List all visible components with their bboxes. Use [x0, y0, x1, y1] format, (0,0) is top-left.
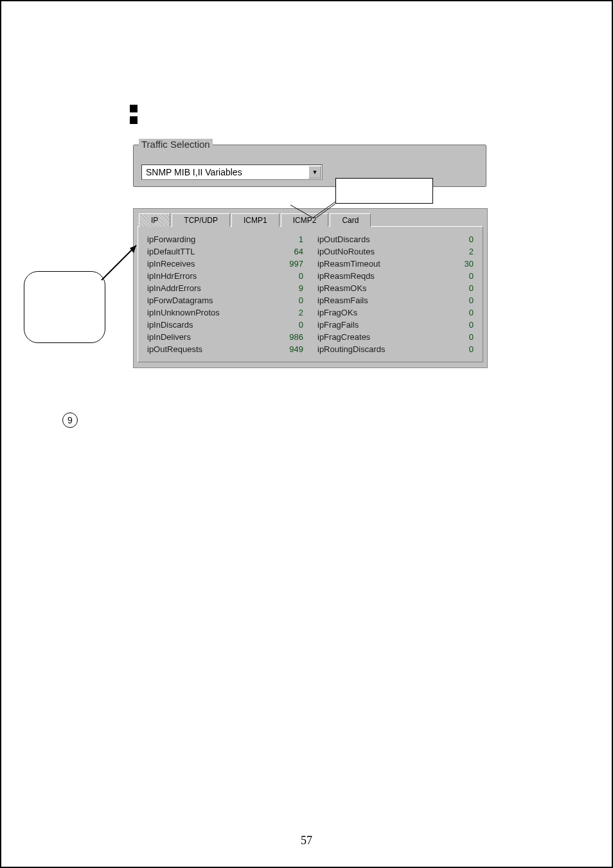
tab-icmp1[interactable]: ICMP1	[231, 213, 280, 227]
mib-variable-name: ipReasmReqds	[317, 271, 375, 281]
mib-variable-row: ipReasmTimeout30	[314, 258, 477, 270]
mib-variable-row: ipInHdrErrors0	[143, 270, 307, 282]
combobox-value: SNMP MIB I,II Variables	[142, 167, 308, 177]
mib-variable-row: ipInReceives997	[143, 258, 307, 270]
page: Traffic Selection SNMP MIB I,II Variable…	[0, 0, 613, 868]
page-number: 57	[1, 834, 612, 847]
callout-tail-icon	[290, 202, 335, 218]
groupbox: Traffic Selection SNMP MIB I,II Variable…	[133, 145, 486, 187]
mib-variable-value: 0	[281, 296, 303, 305]
mib-variable-name: ipInUnknownProtos	[147, 308, 220, 317]
mib-variable-name: ipInAddrErrors	[147, 283, 201, 293]
mib-variable-row: ipReasmFails0	[314, 294, 477, 306]
mib-variable-value: 0	[451, 332, 474, 342]
mib-variable-row: ipRoutingDiscards0	[314, 343, 477, 355]
mib-variable-name: ipReasmOKs	[317, 283, 367, 293]
mib-variable-value: 0	[451, 235, 474, 244]
mib-variable-name: ipForwDatagrams	[147, 296, 213, 305]
mib-variable-value: 1	[281, 235, 303, 244]
mib-variable-row: ipReasmReqds0	[314, 270, 477, 282]
ip-vars-right-column: ipOutDiscards0ipOutNoRoutes2ipReasmTimeo…	[314, 233, 477, 355]
mib-variable-name: ipFragCreates	[317, 332, 370, 342]
mib-variable-value: 0	[281, 320, 303, 330]
mib-variable-value: 949	[281, 344, 303, 354]
mib-table-panel: IP TCP/UDP ICMP1 ICMP2 Card ipForwarding…	[133, 208, 488, 368]
mib-variable-value: 997	[281, 259, 303, 269]
mib-variable-row: ipInDiscards0	[143, 319, 307, 331]
mib-variable-row: ipOutNoRoutes2	[314, 245, 477, 258]
bullet-list	[130, 101, 138, 128]
mib-variable-row: ipOutRequests949	[143, 343, 307, 355]
mib-variable-name: ipInHdrErrors	[147, 271, 197, 281]
mib-variable-value: 0	[451, 271, 474, 281]
svg-line-0	[102, 245, 136, 280]
mib-variable-row: ipForwDatagrams0	[143, 294, 307, 306]
groupbox-legend: Traffic Selection	[139, 139, 213, 150]
mib-variable-value: 9	[281, 283, 303, 293]
mib-variable-row: ipInDelivers986	[143, 331, 307, 343]
mib-variable-value: 30	[451, 259, 474, 269]
traffic-selection-combobox[interactable]: SNMP MIB I,II Variables ▼	[141, 164, 323, 180]
mib-variable-row: ipOutDiscards0	[314, 233, 477, 245]
mib-variable-name: ipFragOKs	[317, 308, 357, 317]
callout-bubble-left	[24, 271, 105, 343]
ip-vars-left-column: ipForwarding1ipDefaultTTL64ipInReceives9…	[143, 233, 307, 355]
mib-variable-value: 64	[281, 247, 303, 256]
mib-variable-value: 0	[451, 283, 474, 293]
mib-variable-value: 2	[451, 247, 474, 256]
mib-variable-name: ipInDiscards	[147, 320, 193, 330]
step-number: 9	[67, 415, 73, 425]
arrow-icon	[98, 239, 143, 284]
callout-box-right	[335, 178, 433, 204]
mib-variable-value: 0	[451, 308, 474, 317]
mib-variable-row: ipDefaultTTL64	[143, 245, 307, 258]
step-number-badge: 9	[62, 412, 78, 428]
mib-variable-row: ipFragOKs0	[314, 306, 477, 319]
mib-variable-row: ipFragFails0	[314, 319, 477, 331]
mib-variable-value: 0	[281, 271, 303, 281]
mib-variable-value: 0	[451, 320, 474, 330]
mib-variable-name: ipOutNoRoutes	[317, 247, 375, 256]
mib-variable-name: ipFragFails	[317, 320, 359, 330]
mib-variable-row: ipInAddrErrors9	[143, 282, 307, 294]
traffic-selection-group: Traffic Selection SNMP MIB I,II Variable…	[133, 145, 486, 187]
mib-variable-name: ipOutRequests	[147, 344, 202, 354]
mib-variable-value: 0	[451, 296, 474, 305]
mib-variable-name: ipInDelivers	[147, 332, 191, 342]
mib-variable-name: ipDefaultTTL	[147, 247, 195, 256]
bullet-square-icon	[130, 105, 138, 112]
combobox-dropdown-button[interactable]: ▼	[308, 166, 321, 179]
mib-variable-name: ipRoutingDiscards	[317, 344, 386, 354]
svg-marker-1	[130, 245, 136, 253]
mib-variable-value: 986	[281, 332, 303, 342]
mib-variable-name: ipReasmFails	[317, 296, 368, 305]
mib-variable-name: ipReasmTimeout	[317, 259, 380, 269]
mib-variable-row: ipInUnknownProtos2	[143, 306, 307, 319]
mib-variable-name: ipOutDiscards	[317, 235, 370, 244]
mib-variable-value: 2	[281, 308, 303, 317]
mib-variable-row: ipReasmOKs0	[314, 282, 477, 294]
mib-variable-value: 0	[451, 344, 474, 354]
mib-variable-row: ipFragCreates0	[314, 331, 477, 343]
tab-card[interactable]: Card	[330, 213, 371, 227]
mib-variable-name: ipForwarding	[147, 235, 195, 244]
bullet-square-icon	[130, 116, 138, 124]
mib-variable-row: ipForwarding1	[143, 233, 307, 245]
tab-ip[interactable]: IP	[139, 213, 170, 227]
mib-variable-name: ipInReceives	[147, 259, 195, 269]
chevron-down-icon: ▼	[312, 170, 318, 175]
tab-tcpudp[interactable]: TCP/UDP	[172, 213, 230, 227]
tab-body-ip: ipForwarding1ipDefaultTTL64ipInReceives9…	[138, 226, 483, 362]
